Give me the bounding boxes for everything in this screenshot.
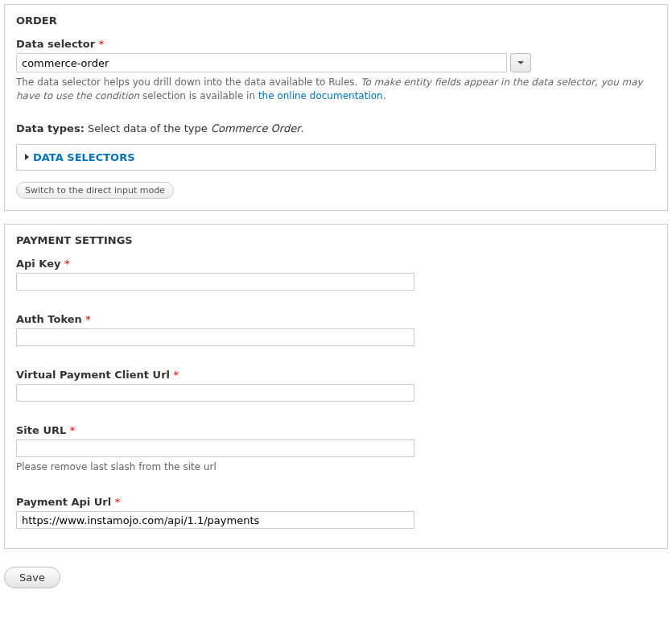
api-key-item: Api Key *	[16, 258, 656, 291]
auth-token-item: Auth Token *	[16, 313, 656, 346]
required-marker: *	[99, 38, 105, 50]
vpc-url-input[interactable]	[16, 384, 414, 402]
data-selector-dropdown-button[interactable]	[510, 53, 531, 72]
site-url-input[interactable]	[16, 439, 414, 457]
order-fieldset: Order Data selector * The data selector …	[4, 4, 668, 211]
payment-api-url-item: Payment Api Url *	[16, 496, 656, 529]
payment-settings-legend: Payment Settings	[16, 234, 656, 254]
auth-token-input[interactable]	[16, 328, 414, 346]
data-selectors-title: Data Selectors	[33, 151, 135, 163]
required-marker: *	[70, 424, 76, 436]
triangle-right-icon	[25, 154, 29, 160]
site-url-help: Please remove last slash from the site u…	[16, 460, 656, 474]
online-documentation-link[interactable]: the online documentation	[258, 90, 383, 101]
payment-api-url-label: Payment Api Url *	[16, 496, 656, 508]
data-selectors-header[interactable]: Data Selectors	[25, 151, 647, 163]
vpc-url-label: Virtual Payment Client Url *	[16, 369, 656, 381]
order-legend: Order	[16, 14, 656, 35]
data-selectors-collapsible[interactable]: Data Selectors	[16, 144, 656, 171]
api-key-label: Api Key *	[16, 258, 656, 270]
data-selector-row	[16, 53, 656, 72]
switch-input-mode-button[interactable]: Switch to the direct input mode	[16, 182, 174, 199]
auth-token-label: Auth Token *	[16, 313, 656, 325]
required-marker: *	[85, 313, 91, 325]
required-marker: *	[115, 496, 121, 508]
required-marker: *	[64, 258, 70, 270]
required-marker: *	[174, 369, 179, 381]
payment-api-url-input[interactable]	[16, 511, 414, 529]
payment-settings-fieldset: Payment Settings Api Key * Auth Token * …	[4, 224, 668, 550]
chevron-down-icon	[517, 60, 524, 66]
site-url-item: Site URL * Please remove last slash from…	[16, 424, 656, 474]
data-selector-input[interactable]	[16, 53, 507, 72]
site-url-label: Site URL *	[16, 424, 656, 436]
vpc-url-item: Virtual Payment Client Url *	[16, 369, 656, 402]
data-types-row: Data types: Select data of the type Comm…	[16, 122, 656, 134]
api-key-input[interactable]	[16, 273, 414, 291]
data-selector-item: Data selector * The data selector helps …	[16, 38, 656, 103]
save-button[interactable]: Save	[4, 567, 60, 588]
data-selector-label: Data selector *	[16, 38, 656, 50]
data-selector-help: The data selector helps you drill down i…	[16, 76, 656, 103]
